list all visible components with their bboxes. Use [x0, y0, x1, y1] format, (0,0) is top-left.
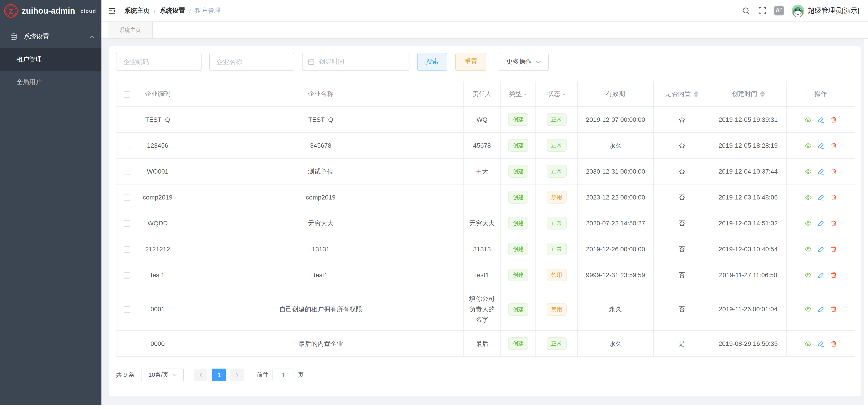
type-badge: 创建 [508, 337, 528, 350]
create-time-input[interactable]: 创建时间 [302, 53, 409, 71]
sort-desc-icon[interactable] [760, 94, 765, 97]
edit-icon[interactable] [817, 142, 824, 149]
row-checkbox[interactable] [124, 246, 130, 253]
cell-created: 2019-12-05 18:28:19 [710, 133, 786, 158]
company-name: comp2019 [306, 193, 336, 201]
breadcrumb-item[interactable]: 系统设置 [160, 7, 185, 15]
eye-icon[interactable] [805, 116, 811, 123]
breadcrumb-item: 租户管理 [195, 7, 221, 15]
eye-icon[interactable] [805, 220, 811, 227]
trash-icon[interactable] [830, 246, 837, 252]
cell-created: 2019-11-26 00:01:04 [710, 288, 786, 331]
edit-icon[interactable] [817, 168, 824, 175]
sidebar-item-normal[interactable]: 全局用户 [0, 71, 101, 94]
edit-icon[interactable] [817, 194, 824, 201]
edit-icon[interactable] [817, 272, 824, 278]
edit-icon[interactable] [817, 220, 824, 227]
cell-status: 正常 [536, 210, 578, 236]
prev-page-button[interactable] [194, 369, 208, 381]
row-checkbox[interactable] [124, 143, 130, 149]
column-header-type[interactable]: 类型 [501, 81, 536, 107]
eye-icon[interactable] [805, 246, 811, 252]
row-checkbox[interactable] [124, 195, 130, 201]
sidebar-item-active[interactable]: 租户管理 [0, 48, 101, 71]
row-checkbox[interactable] [124, 341, 130, 347]
cell-created: 2019-12-05 19:39:31 [710, 107, 786, 133]
cell-type: 创建 [501, 133, 536, 158]
cell-actions [786, 158, 855, 184]
user-name[interactable]: 超级管理员[演示] [808, 6, 859, 15]
status-badge: 禁用 [547, 269, 567, 281]
trash-icon[interactable] [830, 306, 837, 313]
sort-icons[interactable] [693, 91, 698, 97]
trash-icon[interactable] [830, 220, 837, 227]
breadcrumb-item[interactable]: 系统主页 [124, 7, 150, 15]
trash-icon[interactable] [830, 272, 837, 278]
trash-icon[interactable] [830, 116, 837, 123]
row-checkbox[interactable] [124, 307, 130, 313]
column-header-status[interactable]: 状态 [536, 81, 578, 107]
company-name-input[interactable] [209, 53, 294, 71]
next-page-button[interactable] [230, 369, 244, 381]
row-checkbox[interactable] [124, 220, 130, 227]
column-header-builtin[interactable]: 是否内置 [653, 81, 710, 107]
page-number-current[interactable]: 1 [212, 369, 226, 381]
filter-caret-icon[interactable] [523, 92, 527, 96]
cell-builtin: 否 [653, 158, 710, 184]
trash-icon[interactable] [830, 340, 837, 347]
edit-icon[interactable] [817, 116, 824, 123]
sidebar-group-system-settings[interactable]: 系统设置 [0, 26, 101, 48]
cell-code: WQDD [137, 210, 178, 236]
row-actions [791, 272, 850, 278]
edit-icon[interactable] [817, 306, 824, 313]
edit-icon[interactable] [817, 340, 824, 347]
tenant-table: 企业编码企业名称责任人类型状态有效期是否内置创建时间操作 TEST_QTEST_… [116, 81, 855, 357]
cell-owner: 王大 [463, 158, 501, 184]
row-checkbox[interactable] [124, 117, 130, 123]
status-badge: 正常 [547, 243, 567, 255]
column-header-owner: 责任人 [463, 81, 501, 107]
tab-home[interactable]: 系统主页 [108, 22, 153, 38]
row-checkbox[interactable] [124, 272, 130, 279]
column-header-code: 企业编码 [137, 81, 178, 107]
search-icon[interactable] [742, 7, 750, 15]
sidebar-fold-icon[interactable] [107, 6, 117, 15]
eye-icon[interactable] [805, 272, 811, 278]
trash-icon[interactable] [830, 194, 837, 201]
cell-name: 自己创建的租户拥有所有权限 [178, 288, 463, 331]
column-header-select[interactable] [116, 81, 137, 107]
select-all-checkbox[interactable] [124, 91, 130, 98]
sort-icons[interactable] [760, 91, 765, 97]
eye-icon[interactable] [805, 194, 811, 201]
avatar[interactable] [792, 4, 804, 17]
eye-icon[interactable] [805, 340, 811, 347]
table-row: TEST_QTEST_QWQ创建正常2019-12-07 00:00:00否20… [116, 107, 855, 133]
cell-code: WO001 [137, 158, 178, 184]
fullscreen-icon[interactable] [758, 7, 766, 14]
goto-page-input[interactable] [273, 369, 293, 381]
search-button[interactable]: 搜索 [417, 53, 447, 71]
eye-icon[interactable] [805, 168, 811, 175]
translate-icon[interactable]: A 文 [774, 6, 784, 15]
sort-asc-icon[interactable] [693, 91, 698, 93]
expire-date: 2023-12-22 00:00:00 [586, 193, 645, 201]
status-badge: 禁用 [547, 191, 567, 204]
eye-icon[interactable] [805, 142, 811, 149]
sort-desc-icon[interactable] [693, 94, 698, 97]
trash-icon[interactable] [830, 142, 837, 149]
company-code-input[interactable] [116, 53, 202, 71]
scrollbar-track[interactable] [864, 39, 868, 405]
filter-caret-icon[interactable] [562, 92, 566, 96]
sort-asc-icon[interactable] [760, 91, 765, 93]
edit-icon[interactable] [817, 246, 824, 252]
reset-button[interactable]: 重置 [455, 53, 486, 71]
row-checkbox[interactable] [124, 169, 130, 175]
expire-date: 永久 [609, 305, 622, 313]
more-actions-button[interactable]: 更多操作 [499, 53, 549, 71]
column-header-created[interactable]: 创建时间 [710, 81, 786, 107]
page-size-select[interactable]: 10条/页 [141, 369, 184, 381]
eye-icon[interactable] [805, 306, 811, 313]
cell-expire: 2023-12-22 00:00:00 [578, 184, 653, 210]
cell-owner: test1 [463, 262, 501, 288]
trash-icon[interactable] [830, 168, 837, 175]
